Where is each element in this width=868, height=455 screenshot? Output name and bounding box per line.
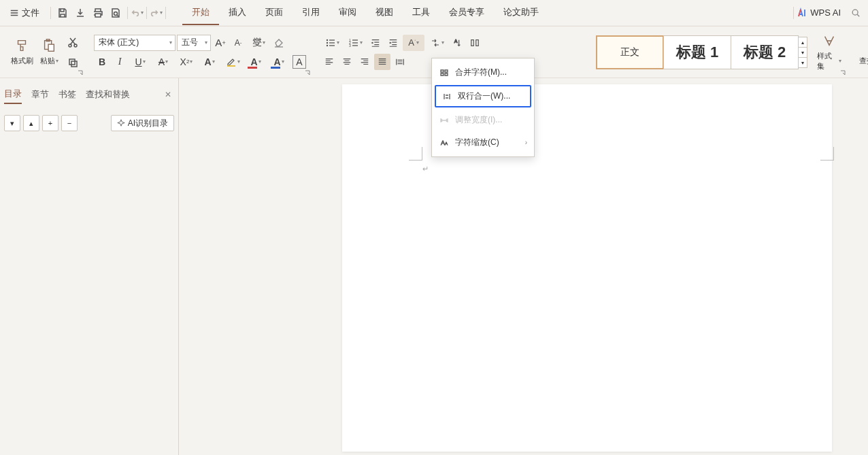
svg-text:3: 3 [349, 44, 351, 48]
char-border-button[interactable]: A [293, 55, 306, 69]
panel-close-icon[interactable]: ✕ [162, 90, 174, 99]
tab-start[interactable]: 开始 [182, 1, 219, 25]
tab-page[interactable]: 页面 [256, 1, 293, 25]
style-set-button[interactable]: 样式集▾ [816, 31, 843, 74]
menu-two-lines-label: 双行合一(W)... [458, 90, 510, 102]
chevron-down-icon: ▾ [141, 10, 144, 16]
align-distribute-button[interactable] [392, 54, 408, 70]
chevron-down-icon: ▾ [441, 39, 444, 46]
vertical-text-button[interactable]: A [449, 35, 465, 51]
style-body[interactable]: 正文 [596, 35, 664, 69]
highlight-button[interactable]: ▾ [222, 54, 244, 70]
chevron-down-icon: ▾ [212, 58, 215, 65]
document-page[interactable]: ↵ [342, 84, 832, 452]
strikethrough-button[interactable]: A▾ [152, 54, 174, 70]
toc-expand-button[interactable]: ▾ [4, 115, 20, 131]
chevron-down-icon: ▾ [258, 58, 261, 65]
format-painter-button[interactable]: 格式刷 [8, 35, 35, 69]
tab-view[interactable]: 视图 [366, 1, 403, 25]
increase-font-button[interactable]: A+ [212, 35, 229, 51]
text-shading-button[interactable]: A▾ [268, 54, 290, 70]
text-direction-button[interactable]: ▾ [426, 35, 448, 51]
menu-char-scale[interactable]: AA 字符缩放(C) › [432, 131, 534, 154]
menu-two-lines-in-one[interactable]: 双行合一(W)... [435, 85, 531, 107]
tab-review[interactable]: 审阅 [329, 1, 366, 25]
tab-paper[interactable]: 论文助手 [494, 1, 548, 25]
style-heading1[interactable]: 标题 1 [663, 35, 731, 69]
panel-tab-toc[interactable]: 目录 [4, 85, 22, 104]
redo-button[interactable]: ▾ [150, 8, 163, 18]
svg-point-12 [326, 44, 327, 46]
italic-button[interactable]: I [112, 54, 128, 70]
increase-indent-button[interactable] [385, 35, 401, 51]
wps-ai-button[interactable]: WPS AI [797, 7, 841, 18]
print-preview-icon[interactable] [107, 4, 124, 22]
panel-tab-bookmark[interactable]: 书签 [59, 86, 76, 103]
align-justify-button[interactable] [374, 54, 390, 70]
toc-add-button[interactable]: + [42, 115, 59, 131]
decrease-indent-button[interactable] [367, 35, 384, 51]
text-effect-button[interactable]: A▾ [199, 54, 220, 70]
font-name-selector[interactable]: 宋体 (正文)▾ [94, 35, 176, 51]
style-gallery-expand[interactable]: ▾ [798, 57, 807, 68]
bullets-button[interactable]: ▾ [321, 35, 343, 51]
divider [127, 7, 128, 19]
columns-button[interactable] [467, 35, 483, 51]
style-scroll-up[interactable]: ▴ [798, 37, 807, 48]
superscript-button[interactable]: X2▾ [176, 54, 197, 70]
clear-format-button[interactable] [271, 35, 287, 51]
align-right-button[interactable] [356, 54, 373, 70]
toc-collapse-button[interactable]: ▴ [23, 115, 39, 131]
ai-toc-label: AI识别目录 [128, 118, 168, 129]
chevron-down-icon: ▾ [205, 39, 207, 46]
tab-reference[interactable]: 引用 [293, 1, 329, 25]
align-center-button[interactable] [339, 54, 355, 70]
numbering-button[interactable]: 123▾ [344, 35, 366, 51]
save-icon[interactable] [54, 4, 71, 22]
asian-layout-button[interactable]: Aᐧ▾ [403, 35, 424, 51]
file-menu-button[interactable]: 文件 [4, 4, 45, 22]
export-icon[interactable] [71, 4, 89, 22]
wps-ai-label: WPS AI [810, 7, 841, 18]
navigation-panel: 目录 章节 书签 查找和替换 ✕ ▾ ▴ + − AI识别目录 [0, 78, 179, 455]
svg-rect-4 [48, 44, 54, 51]
find-replace-label: 查找替换 [859, 56, 869, 66]
menu-merge-characters[interactable]: 合并字符(M)... [432, 61, 534, 84]
chevron-down-icon: ▾ [143, 58, 146, 65]
chevron-down-icon: ▾ [169, 39, 172, 46]
tab-member[interactable]: 会员专享 [439, 1, 494, 25]
sparkle-icon [117, 119, 125, 127]
format-painter-icon [14, 38, 29, 53]
underline-button[interactable]: U▾ [129, 54, 151, 70]
toc-remove-button[interactable]: − [61, 115, 78, 131]
panel-tab-find-replace[interactable]: 查找和替换 [86, 86, 130, 103]
font-launcher[interactable] [305, 68, 312, 75]
chevron-down-icon: ▾ [190, 58, 193, 65]
tab-tools[interactable]: 工具 [403, 1, 439, 25]
undo-button[interactable]: ▾ [131, 8, 144, 18]
font-size-value: 五号 [182, 37, 198, 48]
ai-toc-button[interactable]: AI识别目录 [111, 115, 174, 131]
find-replace-button[interactable]: 查找替换▾ [856, 35, 868, 69]
style-heading2[interactable]: 标题 2 [731, 35, 799, 69]
svg-rect-8 [71, 61, 77, 67]
menu-fit-width-label: 调整宽度(I)... [455, 114, 502, 126]
print-icon[interactable] [89, 4, 107, 22]
change-case-button[interactable]: 燮▾ [248, 35, 269, 51]
bold-button[interactable]: B [94, 54, 110, 70]
clipboard-launcher[interactable] [78, 68, 84, 75]
decrease-font-button[interactable]: A- [230, 35, 246, 51]
chevron-down-icon: ▾ [263, 39, 265, 46]
font-size-selector[interactable]: 五号▾ [177, 35, 211, 51]
paragraph-mark: ↵ [422, 165, 429, 173]
style-scroll-down[interactable]: ▾ [798, 47, 807, 58]
tab-insert[interactable]: 插入 [219, 1, 256, 25]
divider [165, 7, 166, 19]
font-color-button[interactable]: A▾ [245, 54, 267, 70]
cut-icon[interactable] [65, 35, 80, 50]
styles-launcher[interactable] [840, 68, 847, 75]
search-icon[interactable] [848, 5, 864, 21]
align-left-button[interactable] [321, 54, 337, 70]
paste-button[interactable]: 粘贴▾ [35, 35, 63, 69]
panel-tab-chapter[interactable]: 章节 [31, 86, 49, 103]
